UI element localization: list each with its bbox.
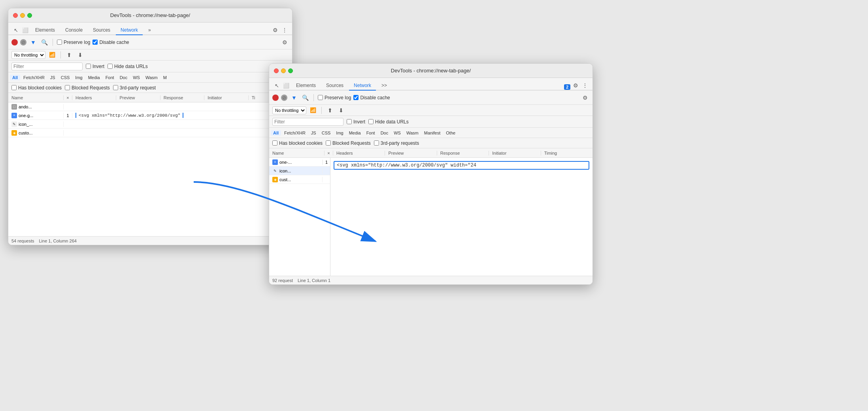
type-css-back[interactable]: CSS [58,75,72,80]
device-tool-front[interactable]: ⬜ [282,81,291,90]
disable-cache-label-front[interactable]: Disable cache [353,95,390,100]
maximize-button-front[interactable] [288,68,293,73]
preserve-log-check-front[interactable] [318,95,323,100]
blocked-requests-label-front[interactable]: Blocked Requests [326,140,371,146]
table-row[interactable]: ≡ one-g... 1 <svg xmlns="http://www.w3.o… [8,111,292,120]
throttle-select-back[interactable]: No throttling [11,51,45,59]
hide-data-urls-label-back[interactable]: Hide data URLs [108,64,148,69]
tab-console-back[interactable]: Console [60,26,87,35]
blocked-requests-label-back[interactable]: Blocked Requests [65,85,110,91]
disable-cache-check-back[interactable] [92,40,98,45]
filter-btn-front[interactable]: ▼ [290,93,298,102]
more-btn-back[interactable]: ⋮ [280,26,289,34]
preserve-log-check-back[interactable] [57,40,62,45]
type-js-back[interactable]: JS [48,75,58,80]
type-wasm-back[interactable]: Wasm [143,75,160,80]
download-btn-back[interactable]: ⬇ [76,51,85,59]
stop-btn-back[interactable]: ⊘ [20,39,26,45]
type-fetch-front[interactable]: Fetch/XHR [282,130,308,136]
third-party-label-back[interactable]: 3rd-party request [113,85,156,91]
type-font-back[interactable]: Font [103,75,117,80]
type-ws-front[interactable]: WS [391,130,403,136]
invert-label-front[interactable]: Invert [347,119,365,125]
blocked-requests-check-back[interactable] [65,85,70,90]
type-doc-back[interactable]: Doc [117,75,130,80]
upload-btn-back[interactable]: ⬆ [65,51,74,59]
wifi-btn-back[interactable]: 📶 [48,51,57,59]
type-media-front[interactable]: Media [347,130,363,136]
filter-input-back[interactable] [11,63,83,70]
stop-btn-front[interactable]: ⊘ [281,95,287,101]
table-row[interactable]: ◈ custo... [8,129,292,137]
type-img-back[interactable]: Img [73,75,85,80]
table-row[interactable]: ✎ icon... [269,167,330,175]
table-row[interactable]: ◈ cust... [269,175,330,184]
inspect-tool-back[interactable]: ↖ [11,26,20,34]
type-fetch-back[interactable]: Fetch/XHR [21,75,47,80]
tab-elements-back[interactable]: Elements [30,26,60,35]
table-row[interactable]: □ ando... [8,102,292,111]
disable-cache-check-front[interactable] [353,95,359,100]
blocked-cookies-label-back[interactable]: Has blocked cookies [11,85,62,91]
download-btn-front[interactable]: ⬇ [337,106,345,115]
tab-more-back[interactable]: » [143,26,156,35]
table-row[interactable]: ≡ one-... 1 [269,158,330,167]
hide-data-urls-label-front[interactable]: Hide data URLs [368,119,409,125]
tab-elements-front[interactable]: Elements [291,81,321,91]
third-party-check-back[interactable] [113,85,118,90]
type-img-front[interactable]: Img [334,130,345,136]
type-font-front[interactable]: Font [364,130,377,136]
type-wasm-front[interactable]: Wasm [404,130,421,136]
hide-data-urls-check-back[interactable] [108,64,113,69]
minimize-button-front[interactable] [281,68,286,73]
throttle-select-front[interactable]: No throttling [272,106,306,114]
tab-network-back[interactable]: Network [116,26,143,35]
table-row[interactable]: ✎ icon_... [8,120,292,129]
invert-check-back[interactable] [86,64,91,69]
record-btn-back[interactable] [11,39,18,45]
hide-data-urls-check-front[interactable] [368,119,374,124]
type-all-back[interactable]: All [10,75,20,80]
filter-input-front[interactable] [272,118,343,126]
type-manifest-front[interactable]: Manifest [422,130,443,136]
third-party-check-front[interactable] [374,140,379,146]
search-btn-front[interactable]: 🔍 [301,93,309,102]
gear-btn-front[interactable]: ⚙ [581,93,589,102]
gear-btn-back[interactable]: ⚙ [280,38,289,47]
close-button-back[interactable] [13,13,18,18]
type-js-front[interactable]: JS [309,130,319,136]
filter-btn-back[interactable]: ▼ [29,38,38,47]
settings-btn-front[interactable]: ⚙ [571,81,580,90]
tab-more-front[interactable]: >> [377,81,392,91]
blocked-requests-check-front[interactable] [326,140,331,146]
maximize-button-back[interactable] [27,13,32,18]
invert-label-back[interactable]: Invert [86,64,104,69]
type-ws-back[interactable]: WS [130,75,142,80]
preserve-log-label-front[interactable]: Preserve log [318,95,351,100]
tab-sources-back[interactable]: Sources [88,26,115,35]
third-party-label-front[interactable]: 3rd-party requests [374,140,419,146]
tab-sources-front[interactable]: Sources [321,81,348,91]
inspect-tool-front[interactable]: ↖ [272,81,281,90]
type-other-front[interactable]: Othe [443,130,458,136]
blocked-cookies-check-front[interactable] [272,140,277,146]
preserve-log-label-back[interactable]: Preserve log [57,40,90,45]
blocked-cookies-check-back[interactable] [11,85,17,90]
upload-btn-front[interactable]: ⬆ [326,106,334,115]
device-tool-back[interactable]: ⬜ [21,26,30,34]
type-m-back[interactable]: M [161,75,169,80]
tab-network-front[interactable]: Network [349,81,376,91]
type-media-back[interactable]: Media [86,75,102,80]
more-btn-front[interactable]: ⋮ [581,81,589,90]
wifi-btn-front[interactable]: 📶 [309,106,317,115]
invert-check-front[interactable] [347,119,352,124]
blocked-cookies-label-front[interactable]: Has blocked cookies [272,140,323,146]
type-doc-front[interactable]: Doc [378,130,391,136]
close-button-front[interactable] [274,68,279,73]
type-all-front[interactable]: All [271,130,281,136]
disable-cache-label-back[interactable]: Disable cache [92,40,129,45]
minimize-button-back[interactable] [20,13,25,18]
record-btn-front[interactable] [272,95,279,101]
type-css-front[interactable]: CSS [319,130,333,136]
settings-btn-back[interactable]: ⚙ [271,26,279,34]
